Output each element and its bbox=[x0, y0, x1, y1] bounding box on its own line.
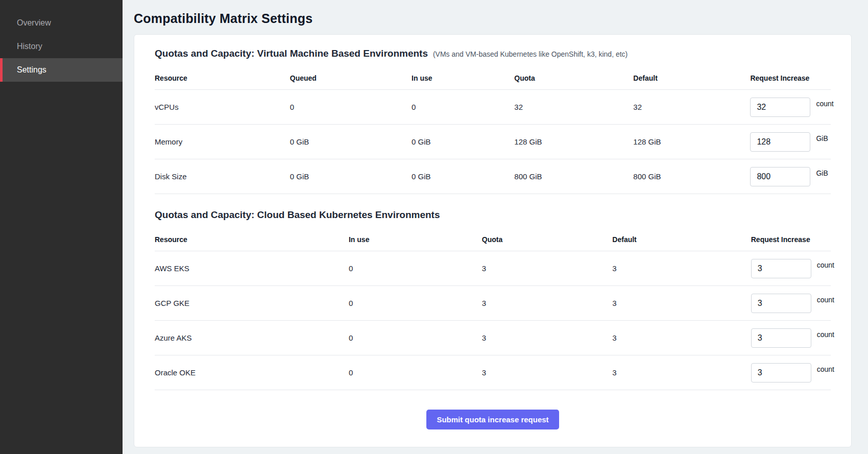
unit-label: GiB bbox=[816, 169, 828, 177]
column-header-resource: Resource bbox=[155, 71, 290, 85]
resource-label: GCP GKE bbox=[155, 299, 349, 307]
azure-aks-request-input[interactable] bbox=[751, 328, 811, 348]
default-value: 3 bbox=[612, 299, 751, 307]
quota-value: 800 GiB bbox=[514, 172, 633, 181]
quota-value: 32 bbox=[514, 103, 633, 111]
resource-label: Memory bbox=[155, 137, 290, 146]
column-header-in-use: In use bbox=[412, 71, 514, 85]
quota-value: 3 bbox=[482, 264, 613, 273]
quota-value: 3 bbox=[482, 368, 613, 377]
sidebar-item-history-label: History bbox=[17, 42, 42, 51]
resource-label: Oracle OKE bbox=[155, 368, 349, 377]
sidebar-item-history[interactable]: History bbox=[0, 35, 123, 58]
resource-label: Disk Size bbox=[155, 172, 290, 181]
aws-eks-request-input[interactable] bbox=[751, 259, 811, 278]
gcp-gke-request-input[interactable] bbox=[751, 294, 811, 313]
main-content: Compatibility Matrix Settings Quotas and… bbox=[123, 0, 868, 454]
table-row-oracle-oke: Oracle OKE 0 3 3 count bbox=[155, 355, 831, 390]
in-use-value: 0 GiB bbox=[412, 137, 514, 146]
table-row-memory: Memory 0 GiB 0 GiB 128 GiB 128 GiB GiB bbox=[155, 125, 831, 159]
column-header-queued: Queued bbox=[290, 71, 412, 85]
column-header-default: Default bbox=[633, 71, 750, 85]
submit-quota-increase-button[interactable]: Submit quota increase request bbox=[426, 410, 559, 429]
column-header-resource: Resource bbox=[155, 232, 349, 247]
vcpus-request-input[interactable] bbox=[750, 98, 810, 117]
sidebar: Overview History Settings bbox=[0, 0, 123, 454]
quota-value: 128 GiB bbox=[514, 137, 633, 146]
memory-request-input[interactable] bbox=[750, 132, 810, 152]
table-row-gcp-gke: GCP GKE 0 3 3 count bbox=[155, 286, 831, 321]
unit-label: count bbox=[817, 365, 834, 373]
in-use-value: 0 bbox=[349, 368, 482, 377]
sidebar-item-settings[interactable]: Settings bbox=[0, 58, 123, 82]
settings-card: Quotas and Capacity: Virtual Machine Bas… bbox=[134, 34, 852, 447]
vm-section-header: Quotas and Capacity: Virtual Machine Bas… bbox=[155, 48, 831, 59]
page-title: Compatibility Matrix Settings bbox=[134, 11, 852, 26]
column-header-in-use: In use bbox=[349, 232, 482, 247]
default-value: 128 GiB bbox=[633, 137, 750, 146]
in-use-value: 0 bbox=[349, 333, 482, 342]
cloud-section-title: Quotas and Capacity: Cloud Based Kuberne… bbox=[155, 209, 440, 221]
resource-label: Azure AKS bbox=[155, 333, 349, 342]
sidebar-item-settings-label: Settings bbox=[17, 65, 46, 75]
in-use-value: 0 bbox=[412, 103, 514, 111]
unit-label: count bbox=[817, 330, 834, 339]
default-value: 32 bbox=[633, 103, 750, 111]
in-use-value: 0 GiB bbox=[412, 172, 514, 181]
in-use-value: 0 bbox=[349, 299, 482, 307]
resource-label: vCPUs bbox=[155, 103, 290, 111]
default-value: 3 bbox=[612, 368, 751, 377]
column-header-request-increase: Request Increase bbox=[751, 232, 831, 247]
table-row-azure-aks: Azure AKS 0 3 3 count bbox=[155, 321, 831, 355]
vm-section-subtitle: (VMs and VM-based Kubernetes like OpenSh… bbox=[433, 50, 628, 58]
unit-label: count bbox=[817, 296, 834, 304]
column-header-default: Default bbox=[612, 232, 751, 247]
disk-size-request-input[interactable] bbox=[750, 167, 810, 186]
vm-table-header: Resource Queued In use Quota Default Req… bbox=[155, 66, 831, 90]
quota-value: 3 bbox=[482, 333, 613, 342]
table-row-vcpus: vCPUs 0 0 32 32 count bbox=[155, 90, 831, 125]
app-window: Overview History Settings Compatibility … bbox=[0, 0, 868, 454]
table-row-disk-size: Disk Size 0 GiB 0 GiB 800 GiB 800 GiB Gi… bbox=[155, 159, 831, 194]
default-value: 3 bbox=[612, 333, 751, 342]
vm-section-title: Quotas and Capacity: Virtual Machine Bas… bbox=[155, 48, 428, 59]
cloud-section-header: Quotas and Capacity: Cloud Based Kuberne… bbox=[155, 209, 831, 221]
resource-label: AWS EKS bbox=[155, 264, 349, 273]
unit-label: count bbox=[817, 261, 834, 269]
table-row-aws-eks: AWS EKS 0 3 3 count bbox=[155, 251, 831, 286]
column-header-quota: Quota bbox=[482, 232, 613, 247]
default-value: 3 bbox=[612, 264, 751, 273]
unit-label: count bbox=[816, 100, 833, 108]
in-use-value: 0 bbox=[349, 264, 482, 273]
queued-value: 0 GiB bbox=[290, 137, 412, 146]
queued-value: 0 bbox=[290, 103, 412, 111]
column-header-request-increase: Request Increase bbox=[750, 71, 831, 85]
unit-label: GiB bbox=[816, 134, 828, 142]
cloud-table-header: Resource In use Quota Default Request In… bbox=[155, 228, 831, 251]
column-header-quota: Quota bbox=[514, 71, 633, 85]
oracle-oke-request-input[interactable] bbox=[751, 363, 811, 383]
queued-value: 0 GiB bbox=[290, 172, 412, 181]
default-value: 800 GiB bbox=[633, 172, 750, 181]
sidebar-item-overview[interactable]: Overview bbox=[0, 11, 123, 35]
quota-value: 3 bbox=[482, 299, 613, 307]
sidebar-item-overview-label: Overview bbox=[17, 18, 51, 28]
submit-row: Submit quota increase request bbox=[155, 410, 831, 429]
